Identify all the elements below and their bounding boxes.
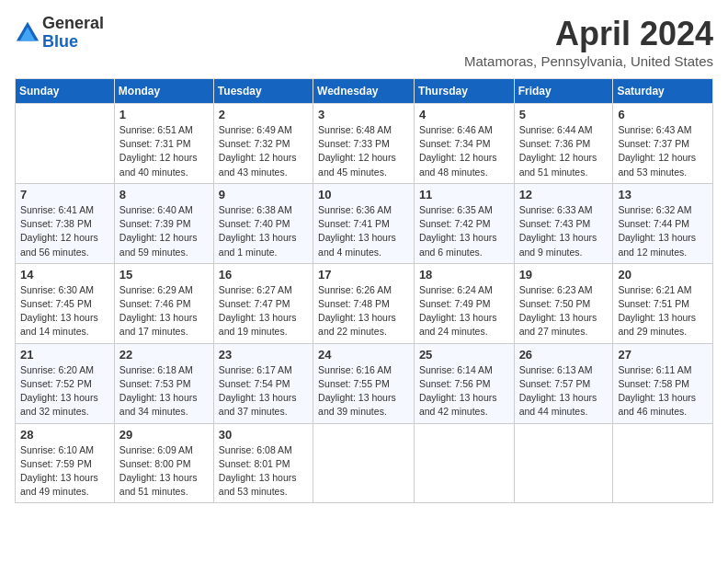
calendar-cell	[313, 423, 415, 503]
weekday-header-friday: Friday	[514, 79, 613, 104]
day-number: 7	[20, 188, 109, 201]
day-info: Sunrise: 6:24 AMSunset: 7:49 PMDaylight:…	[419, 283, 509, 339]
calendar-cell: 2Sunrise: 6:49 AMSunset: 7:32 PMDaylight…	[213, 104, 313, 184]
day-info: Sunrise: 6:30 AMSunset: 7:45 PMDaylight:…	[20, 283, 109, 339]
calendar-table: SundayMondayTuesdayWednesdayThursdayFrid…	[15, 78, 713, 503]
day-number: 24	[318, 348, 409, 362]
day-info: Sunrise: 6:38 AMSunset: 7:40 PMDaylight:…	[219, 203, 308, 259]
day-info: Sunrise: 6:11 AMSunset: 7:58 PMDaylight:…	[618, 363, 708, 419]
calendar-week-row: 1Sunrise: 6:51 AMSunset: 7:31 PMDaylight…	[16, 104, 713, 184]
day-number: 11	[419, 188, 509, 201]
day-number: 26	[519, 348, 609, 362]
calendar-cell	[514, 423, 613, 503]
weekday-header-saturday: Saturday	[613, 79, 713, 104]
day-info: Sunrise: 6:20 AMSunset: 7:52 PMDaylight:…	[20, 363, 109, 419]
calendar-cell: 9Sunrise: 6:38 AMSunset: 7:40 PMDaylight…	[213, 183, 313, 263]
logo-text: General Blue	[42, 15, 104, 52]
day-number: 17	[318, 268, 409, 282]
weekday-header-monday: Monday	[114, 79, 213, 104]
logo-icon	[15, 20, 40, 46]
day-number: 9	[219, 188, 308, 201]
day-info: Sunrise: 6:26 AMSunset: 7:48 PMDaylight:…	[318, 283, 409, 339]
calendar-cell: 16Sunrise: 6:27 AMSunset: 7:47 PMDayligh…	[213, 263, 313, 343]
day-number: 20	[618, 268, 708, 282]
calendar-cell: 11Sunrise: 6:35 AMSunset: 7:42 PMDayligh…	[414, 183, 514, 263]
day-info: Sunrise: 6:36 AMSunset: 7:41 PMDaylight:…	[318, 203, 409, 259]
calendar-cell: 15Sunrise: 6:29 AMSunset: 7:46 PMDayligh…	[114, 263, 213, 343]
calendar-cell: 1Sunrise: 6:51 AMSunset: 7:31 PMDaylight…	[114, 104, 213, 184]
day-info: Sunrise: 6:29 AMSunset: 7:46 PMDaylight:…	[119, 283, 209, 339]
day-info: Sunrise: 6:49 AMSunset: 7:32 PMDaylight:…	[219, 123, 308, 179]
day-number: 19	[519, 268, 609, 282]
logo-blue-text: Blue	[42, 33, 104, 52]
calendar-cell: 19Sunrise: 6:23 AMSunset: 7:50 PMDayligh…	[514, 263, 613, 343]
day-number: 30	[219, 428, 308, 442]
calendar-week-row: 14Sunrise: 6:30 AMSunset: 7:45 PMDayligh…	[16, 263, 713, 343]
calendar-cell: 12Sunrise: 6:33 AMSunset: 7:43 PMDayligh…	[514, 183, 613, 263]
title-block: April 2024 Matamoras, Pennsylvania, Unit…	[464, 15, 713, 69]
calendar-cell: 14Sunrise: 6:30 AMSunset: 7:45 PMDayligh…	[16, 263, 115, 343]
weekday-header-wednesday: Wednesday	[313, 79, 415, 104]
calendar-cell: 10Sunrise: 6:36 AMSunset: 7:41 PMDayligh…	[313, 183, 415, 263]
day-info: Sunrise: 6:23 AMSunset: 7:50 PMDaylight:…	[519, 283, 609, 339]
calendar-cell: 27Sunrise: 6:11 AMSunset: 7:58 PMDayligh…	[613, 343, 713, 423]
day-number: 29	[119, 428, 209, 442]
location-text: Matamoras, Pennsylvania, United States	[464, 53, 713, 69]
weekday-header-thursday: Thursday	[414, 79, 514, 104]
day-info: Sunrise: 6:46 AMSunset: 7:34 PMDaylight:…	[419, 123, 509, 179]
calendar-cell	[414, 423, 514, 503]
day-number: 15	[119, 268, 209, 282]
calendar-cell: 25Sunrise: 6:14 AMSunset: 7:56 PMDayligh…	[414, 343, 514, 423]
day-number: 14	[20, 268, 109, 282]
day-info: Sunrise: 6:10 AMSunset: 7:59 PMDaylight:…	[20, 443, 109, 500]
calendar-cell: 6Sunrise: 6:43 AMSunset: 7:37 PMDaylight…	[613, 104, 713, 184]
day-info: Sunrise: 6:17 AMSunset: 7:54 PMDaylight:…	[219, 363, 308, 419]
day-number: 10	[318, 188, 409, 201]
calendar-cell: 5Sunrise: 6:44 AMSunset: 7:36 PMDaylight…	[514, 104, 613, 184]
day-info: Sunrise: 6:43 AMSunset: 7:37 PMDaylight:…	[618, 123, 708, 179]
calendar-cell	[16, 104, 115, 184]
day-number: 6	[618, 108, 708, 121]
calendar-week-row: 21Sunrise: 6:20 AMSunset: 7:52 PMDayligh…	[16, 343, 713, 423]
day-number: 22	[119, 348, 209, 362]
day-number: 27	[618, 348, 708, 362]
day-info: Sunrise: 6:32 AMSunset: 7:44 PMDaylight:…	[618, 203, 708, 259]
day-info: Sunrise: 6:13 AMSunset: 7:57 PMDaylight:…	[519, 363, 609, 419]
calendar-body: 1Sunrise: 6:51 AMSunset: 7:31 PMDaylight…	[16, 104, 713, 503]
day-info: Sunrise: 6:35 AMSunset: 7:42 PMDaylight:…	[419, 203, 509, 259]
day-info: Sunrise: 6:14 AMSunset: 7:56 PMDaylight:…	[419, 363, 509, 419]
calendar-cell: 28Sunrise: 6:10 AMSunset: 7:59 PMDayligh…	[16, 423, 115, 503]
day-number: 8	[119, 188, 209, 201]
calendar-cell: 18Sunrise: 6:24 AMSunset: 7:49 PMDayligh…	[414, 263, 514, 343]
day-info: Sunrise: 6:21 AMSunset: 7:51 PMDaylight:…	[618, 283, 708, 339]
day-number: 23	[219, 348, 308, 362]
day-number: 16	[219, 268, 308, 282]
calendar-cell: 26Sunrise: 6:13 AMSunset: 7:57 PMDayligh…	[514, 343, 613, 423]
day-number: 18	[419, 268, 509, 282]
month-title: April 2024	[464, 15, 713, 53]
calendar-cell: 7Sunrise: 6:41 AMSunset: 7:38 PMDaylight…	[16, 183, 115, 263]
day-number: 28	[20, 428, 109, 442]
calendar-week-row: 28Sunrise: 6:10 AMSunset: 7:59 PMDayligh…	[16, 423, 713, 503]
calendar-cell: 3Sunrise: 6:48 AMSunset: 7:33 PMDaylight…	[313, 104, 415, 184]
calendar-cell: 20Sunrise: 6:21 AMSunset: 7:51 PMDayligh…	[613, 263, 713, 343]
calendar-cell: 21Sunrise: 6:20 AMSunset: 7:52 PMDayligh…	[16, 343, 115, 423]
day-info: Sunrise: 6:33 AMSunset: 7:43 PMDaylight:…	[519, 203, 609, 259]
calendar-week-row: 7Sunrise: 6:41 AMSunset: 7:38 PMDaylight…	[16, 183, 713, 263]
day-info: Sunrise: 6:40 AMSunset: 7:39 PMDaylight:…	[119, 203, 209, 259]
calendar-cell	[613, 423, 713, 503]
calendar-cell: 30Sunrise: 6:08 AMSunset: 8:01 PMDayligh…	[213, 423, 313, 503]
weekday-header-tuesday: Tuesday	[213, 79, 313, 104]
day-info: Sunrise: 6:51 AMSunset: 7:31 PMDaylight:…	[119, 123, 209, 179]
page-header: General Blue April 2024 Matamoras, Penns…	[15, 15, 713, 69]
day-info: Sunrise: 6:09 AMSunset: 8:00 PMDaylight:…	[119, 443, 209, 500]
calendar-cell: 24Sunrise: 6:16 AMSunset: 7:55 PMDayligh…	[313, 343, 415, 423]
day-number: 1	[119, 108, 209, 121]
day-number: 3	[318, 108, 409, 121]
day-number: 21	[20, 348, 109, 362]
calendar-cell: 22Sunrise: 6:18 AMSunset: 7:53 PMDayligh…	[114, 343, 213, 423]
calendar-cell: 13Sunrise: 6:32 AMSunset: 7:44 PMDayligh…	[613, 183, 713, 263]
day-info: Sunrise: 6:48 AMSunset: 7:33 PMDaylight:…	[318, 123, 409, 179]
calendar-cell: 8Sunrise: 6:40 AMSunset: 7:39 PMDaylight…	[114, 183, 213, 263]
calendar-cell: 23Sunrise: 6:17 AMSunset: 7:54 PMDayligh…	[213, 343, 313, 423]
